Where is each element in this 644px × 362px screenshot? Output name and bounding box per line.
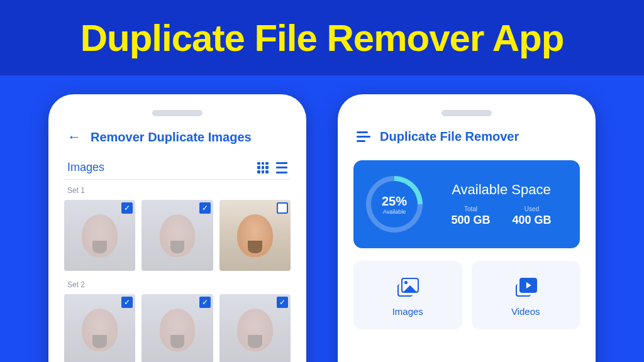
select-checkbox[interactable]: ✓ <box>277 297 288 308</box>
thumb-row: ✓ ✓ <box>64 200 291 271</box>
app-title: Duplicate File Remover App <box>80 16 564 60</box>
phone-screen-2: Duplicate File Remover 25% Available Ava… <box>338 94 596 362</box>
screen-title: Remover Duplicate Images <box>91 130 252 145</box>
select-checkbox[interactable] <box>277 202 288 214</box>
videos-icon <box>516 277 536 297</box>
grid-view-icon[interactable] <box>257 162 269 173</box>
stat-value: 500 GB <box>451 214 490 227</box>
storage-title: Available Space <box>435 182 567 198</box>
category-videos[interactable]: Videos <box>472 261 580 329</box>
list-view-icon[interactable] <box>276 162 287 173</box>
select-checkbox[interactable]: ✓ <box>121 297 133 308</box>
category-images[interactable]: Images <box>353 261 462 329</box>
image-thumbnail[interactable]: ✓ <box>64 294 135 362</box>
back-arrow-icon[interactable]: ← <box>67 129 81 145</box>
phone-speaker <box>152 110 203 116</box>
storage-info: Available Space Total 500 GB Used 400 GB <box>435 182 567 227</box>
stat-value: 400 GB <box>513 214 552 227</box>
image-thumbnail[interactable]: ✓ <box>219 294 291 362</box>
view-toggles <box>257 162 287 173</box>
stat-used: Used 400 GB <box>513 206 552 227</box>
image-thumbnail[interactable]: ✓ <box>142 200 213 271</box>
select-checkbox[interactable]: ✓ <box>199 202 211 214</box>
set-label: Set 2 <box>64 280 291 289</box>
storage-ring-chart: 25% Available <box>366 176 423 233</box>
images-icon <box>397 277 418 297</box>
screen-header: Duplicate File Remover <box>353 129 580 145</box>
screen-header: ← Remover Duplicate Images <box>64 129 291 145</box>
image-thumbnail[interactable] <box>219 200 291 271</box>
divider <box>64 179 291 180</box>
header-band: Duplicate File Remover App <box>0 0 644 75</box>
percent-available: 25% <box>382 194 407 209</box>
image-thumbnail[interactable]: ✓ <box>64 200 135 271</box>
stat-label: Used <box>513 206 552 212</box>
thumb-row: ✓ ✓ ✓ <box>64 294 291 362</box>
category-grid: Images Videos <box>353 261 580 329</box>
section-row: Images <box>64 161 291 174</box>
screen-title: Duplicate File Remover <box>380 129 519 144</box>
select-checkbox[interactable]: ✓ <box>121 202 133 214</box>
storage-card: 25% Available Available Space Total 500 … <box>353 160 580 248</box>
image-thumbnail[interactable]: ✓ <box>142 294 213 362</box>
select-checkbox[interactable]: ✓ <box>199 297 211 308</box>
percent-label: Available <box>383 209 406 215</box>
stat-total: Total 500 GB <box>451 206 490 227</box>
phone-screen-1: ← Remover Duplicate Images Images Set 1 … <box>48 94 306 362</box>
storage-stats: Total 500 GB Used 400 GB <box>435 206 567 227</box>
phone-speaker <box>441 110 492 116</box>
category-label: Images <box>392 306 423 317</box>
phones-container: ← Remover Duplicate Images Images Set 1 … <box>0 94 644 362</box>
hamburger-menu-icon[interactable] <box>357 129 370 145</box>
section-label: Images <box>67 161 104 174</box>
stat-label: Total <box>451 206 490 212</box>
category-label: Videos <box>511 306 540 317</box>
set-label: Set 1 <box>64 186 291 195</box>
